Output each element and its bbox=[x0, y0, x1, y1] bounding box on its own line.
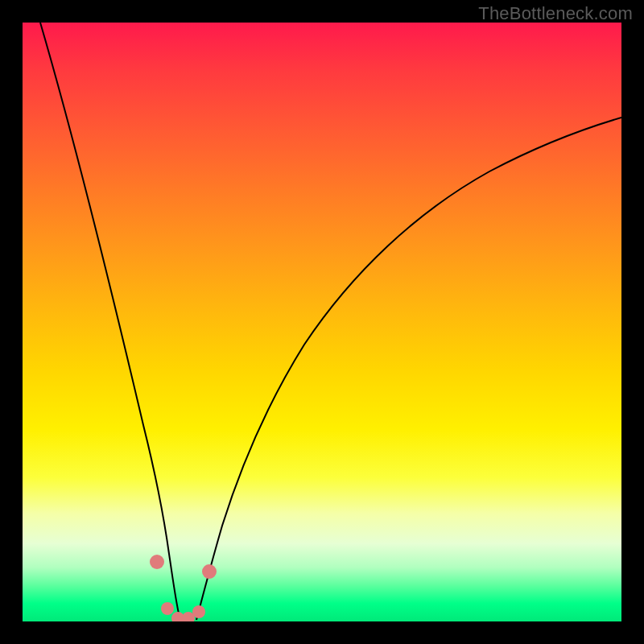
left-curve bbox=[40, 23, 180, 620]
plot-area bbox=[23, 23, 621, 621]
valley-marker bbox=[161, 602, 174, 615]
valley-marker bbox=[202, 564, 217, 579]
valley-marker bbox=[192, 605, 205, 618]
chart-frame: TheBottleneck.com bbox=[0, 0, 644, 644]
curve-layer bbox=[23, 23, 621, 621]
right-curve bbox=[196, 118, 621, 620]
watermark-text: TheBottleneck.com bbox=[478, 3, 633, 24]
valley-marker bbox=[150, 555, 164, 569]
